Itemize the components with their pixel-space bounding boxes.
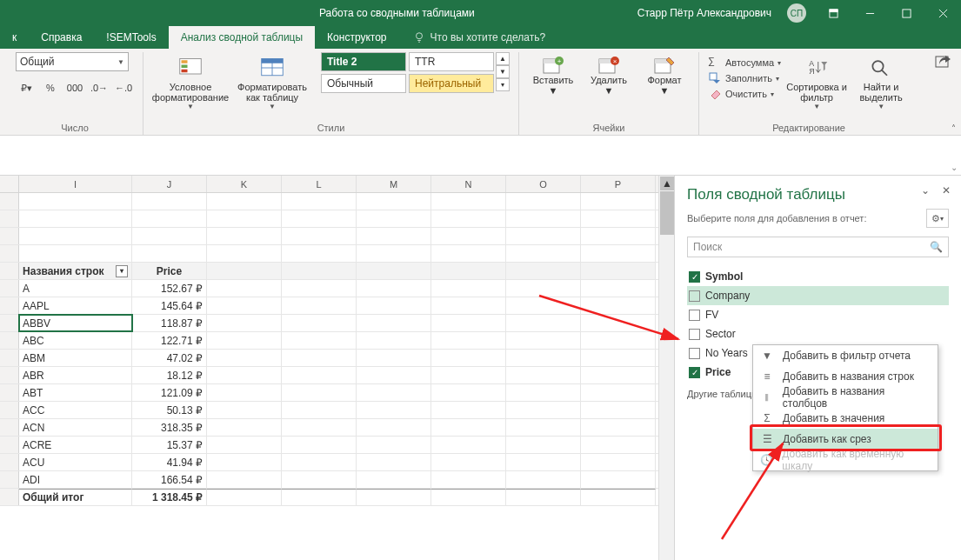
col-header-N[interactable]: N [431, 176, 506, 192]
tab-help[interactable]: Справка [29, 26, 94, 49]
pivot-price-header[interactable]: Price [132, 263, 207, 279]
table-row-name[interactable]: ABC [19, 332, 132, 349]
style-ttr[interactable]: TTR [409, 52, 494, 71]
table-row-name[interactable]: ABR [19, 367, 132, 383]
minimize-icon[interactable] [851, 0, 888, 26]
table-row-price[interactable]: 15.37 ₽ [132, 437, 207, 453]
rows-icon: ≡ [760, 370, 774, 383]
autosum-button[interactable]: ∑Автосумма ▾ [708, 56, 781, 70]
pivot-field-fv[interactable]: FV [687, 305, 949, 324]
table-row-price[interactable]: 318.35 ₽ [132, 419, 207, 436]
table-row-name[interactable]: A [19, 280, 132, 297]
sort-filter-button[interactable]: AЯ Сортировка и фильтр▼ [786, 52, 847, 110]
number-format-select[interactable]: Общий ▼ [16, 52, 129, 71]
worksheet-grid[interactable]: I J K L M N O P Названия строк▾PriceA152… [0, 176, 674, 560]
svg-line-31 [882, 70, 887, 76]
table-row-name[interactable]: ACRE [19, 437, 132, 453]
ctx-add-to-values[interactable]: ΣДобавить в значения [753, 408, 938, 429]
comma-format-button[interactable]: 000 [64, 78, 85, 97]
checkbox-icon[interactable] [689, 348, 700, 359]
ribbon-display-options-icon[interactable] [815, 0, 851, 26]
col-header-M[interactable]: M [357, 176, 431, 192]
table-row-name[interactable]: ABBV [19, 315, 132, 331]
grand-total-label[interactable]: Общий итог [19, 489, 132, 505]
fill-button[interactable]: Заполнить ▾ [708, 71, 781, 85]
user-name[interactable]: Старр Пётр Александрович [637, 7, 771, 19]
pivot-field-symbol[interactable]: ✓Symbol [687, 267, 949, 286]
table-row-price[interactable]: 41.94 ₽ [132, 454, 207, 470]
table-row-price[interactable]: 18.12 ₽ [132, 367, 207, 383]
table-row-price[interactable]: 50.13 ₽ [132, 402, 207, 418]
table-row-price[interactable]: 166.54 ₽ [132, 471, 207, 488]
style-neutral[interactable]: Нейтральный [409, 74, 494, 93]
table-row-name[interactable]: ACC [19, 402, 132, 418]
style-title2[interactable]: Title 2 [321, 52, 406, 71]
ctx-add-to-row-labels[interactable]: ≡Добавить в названия строк [753, 366, 938, 387]
style-normal[interactable]: Обычный [321, 74, 406, 93]
table-row-name[interactable]: AAPL [19, 297, 132, 314]
col-header-L[interactable]: L [282, 176, 357, 192]
pivot-tools-button[interactable]: ⚙▾ [926, 209, 949, 228]
format-cells-button[interactable]: Формат▼ [639, 52, 690, 96]
ctx-add-to-report-filter[interactable]: ▼Добавить в фильтр отчета [753, 345, 938, 366]
tab-partial[interactable]: к [0, 26, 29, 49]
pivot-row-header[interactable]: Названия строк▾ [19, 263, 132, 279]
expand-formula-bar-icon[interactable]: ⌄ [951, 163, 958, 172]
vertical-scrollbar[interactable]: ▲ [658, 176, 674, 560]
accounting-format-button[interactable]: ₽▾ [16, 78, 37, 97]
col-header-J[interactable]: J [132, 176, 207, 192]
table-row-name[interactable]: ABT [19, 384, 132, 401]
maximize-icon[interactable] [888, 0, 924, 26]
scroll-up-icon[interactable]: ▲ [660, 177, 674, 190]
table-row-price[interactable]: 118.87 ₽ [132, 315, 207, 331]
table-row-price[interactable]: 47.02 ₽ [132, 350, 207, 366]
checkbox-icon[interactable] [689, 290, 700, 302]
find-select-button[interactable]: Найти и выделить▼ [852, 52, 910, 110]
filter-dropdown-icon[interactable]: ▾ [116, 265, 128, 277]
col-header-K[interactable]: K [207, 176, 282, 192]
checkbox-icon[interactable] [689, 310, 700, 321]
col-header-I[interactable]: I [19, 176, 132, 192]
col-header-O[interactable]: O [506, 176, 581, 192]
close-icon[interactable] [924, 0, 961, 26]
decrease-decimal-button[interactable]: ←.0 [113, 78, 134, 97]
ctx-add-as-slicer[interactable]: ☰Добавить как срез [753, 429, 938, 450]
tab-semtools[interactable]: !SEMTools [94, 26, 168, 49]
tell-me[interactable]: Что вы хотите сделать? [413, 26, 546, 49]
pivot-field-sector[interactable]: Sector [687, 324, 949, 343]
close-pane-icon[interactable]: ✕ [942, 184, 951, 197]
grand-total-value[interactable]: 1 318.45 ₽ [132, 489, 207, 505]
increase-decimal-button[interactable]: .0→ [89, 78, 110, 97]
table-row-price[interactable]: 145.64 ₽ [132, 297, 207, 314]
collapse-ribbon-icon[interactable]: ˄ [951, 123, 956, 133]
gallery-more-button[interactable]: ▾ [496, 78, 510, 91]
clear-button[interactable]: Очистить ▾ [708, 87, 781, 101]
checkbox-icon[interactable] [689, 329, 700, 340]
scroll-thumb[interactable] [660, 191, 674, 235]
percent-format-button[interactable]: % [40, 78, 61, 97]
table-row-name[interactable]: ADI [19, 471, 132, 488]
avatar[interactable]: СП [787, 3, 806, 23]
pivot-search-input[interactable]: Поиск 🔍 [687, 237, 949, 257]
tab-design[interactable]: Конструктор [315, 26, 398, 49]
share-icon[interactable] [935, 54, 952, 70]
col-header-P[interactable]: P [581, 176, 656, 192]
delete-cells-button[interactable]: × Удалить▼ [584, 52, 634, 96]
gallery-down-button[interactable]: ▼ [496, 65, 510, 78]
table-row-name[interactable]: ACN [19, 419, 132, 436]
insert-cells-button[interactable]: + Вставить▼ [528, 52, 578, 96]
ctx-add-to-column-labels[interactable]: ⦀Добавить в названия столбцов [753, 387, 938, 408]
checkbox-icon[interactable]: ✓ [689, 367, 700, 378]
tab-pivot-analyze[interactable]: Анализ сводной таблицы [169, 26, 315, 49]
table-row-price[interactable]: 121.09 ₽ [132, 384, 207, 401]
checkbox-icon[interactable]: ✓ [689, 271, 700, 283]
gallery-up-button[interactable]: ▲ [496, 52, 510, 65]
table-row-price[interactable]: 122.71 ₽ [132, 332, 207, 349]
chevron-down-icon[interactable]: ⌄ [921, 184, 930, 197]
table-row-name[interactable]: ACU [19, 454, 132, 470]
table-row-name[interactable]: ABM [19, 350, 132, 366]
pivot-field-company[interactable]: Company [687, 286, 949, 305]
conditional-formatting-button[interactable]: Условное форматирование▼ [152, 52, 229, 110]
table-row-price[interactable]: 152.67 ₽ [132, 280, 207, 297]
format-as-table-button[interactable]: Форматировать как таблицу▼ [234, 52, 310, 110]
